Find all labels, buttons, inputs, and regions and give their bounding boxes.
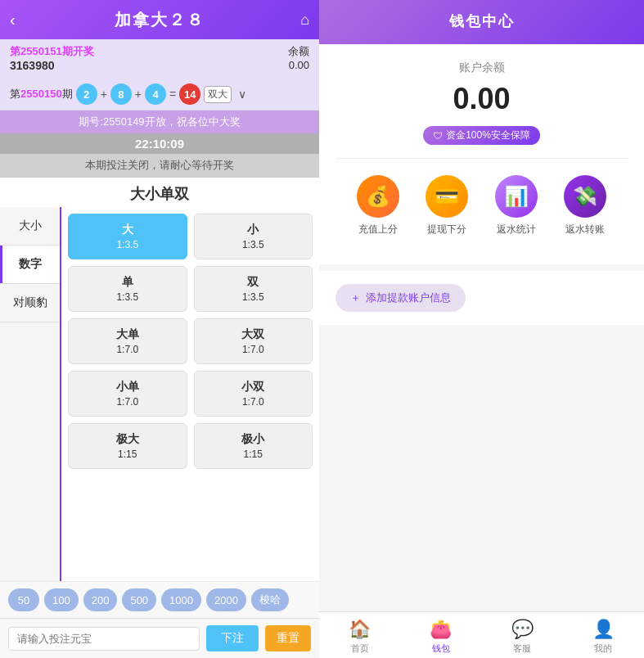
add-bank-label: 添加提款账户信息 [366, 291, 451, 305]
action-icons: 💰 充值上分 💳 提现下分 📊 返水统计 💸 返水转账 [336, 158, 628, 245]
draw-period-number: 2550150 [20, 88, 62, 100]
nav-profile[interactable]: 👤 我的 [563, 619, 644, 655]
wallet-card: 账户余额 0.00 🛡 资金100%安全保障 💰 充值上分 💳 提现下分 📊 返… [319, 44, 644, 264]
draw-ball-1: 2 [76, 83, 97, 105]
info-bar: 第2550151期开奖 3163980 余额 0.00 [0, 39, 319, 80]
quick-amounts: 50 100 200 500 1000 2000 梭哈 [0, 581, 319, 618]
action-withdraw[interactable]: 💳 提现下分 [426, 175, 468, 237]
draw-ball-2: 8 [110, 83, 132, 105]
bet-btn-3[interactable]: 双 1:3.5 [194, 266, 313, 312]
betting-area: 大小单双 大小 数字 对顺豹 大 1:3.5 小 1:3.5 单 [0, 178, 319, 581]
timer-bar: 22:10:09 [0, 133, 319, 154]
tab-duishunbao[interactable]: 对顺豹 [0, 284, 60, 322]
issue-info: 第2550151期开奖 3163980 [10, 44, 94, 72]
add-bank-section: ＋ 添加提款账户信息 [319, 271, 644, 325]
service-nav-label: 客服 [513, 642, 531, 655]
nav-service[interactable]: 💬 客服 [482, 619, 563, 655]
notice-bar: 期号:2550149开放，祝各位中大奖 [0, 110, 319, 133]
tab-daxiao[interactable]: 大小 [0, 207, 60, 246]
home-nav-icon: 🏠 [349, 619, 371, 640]
back-button[interactable]: ‹ [10, 11, 16, 29]
bet-content: 大小 数字 对顺豹 大 1:3.5 小 1:3.5 单 1:3.5 [0, 207, 319, 581]
left-header: ‹ 加拿大２８ ⌂ [0, 0, 319, 39]
wallet-nav-icon: 👛 [430, 619, 452, 640]
bet-btn-4[interactable]: 大单 1:7.0 [68, 318, 187, 364]
bet-btn-6[interactable]: 小单 1:7.0 [68, 371, 187, 417]
bet-amount-input[interactable] [8, 627, 200, 651]
draw-period: 第2550150期 [10, 87, 73, 101]
plus-icon: ＋ [350, 291, 361, 305]
issue-prefix: 第 [10, 45, 20, 57]
result-tag: 双大 [204, 86, 232, 103]
balance-info: 余额 0.00 [288, 44, 309, 71]
game-title: 加拿大２８ [115, 9, 205, 31]
rebate-transfer-label: 返水转账 [565, 223, 605, 237]
rebate-transfer-icon: 💸 [564, 175, 606, 218]
amount-1000[interactable]: 1000 [161, 588, 201, 611]
reset-button[interactable]: 重置 [265, 625, 311, 651]
bet-btn-2[interactable]: 单 1:3.5 [68, 266, 187, 312]
draw-result: 第2550150期 2 + 8 + 4 = 14 双大 ∨ [0, 80, 319, 110]
wallet-nav-label: 钱包 [432, 642, 450, 655]
wallet-balance: 0.00 [453, 82, 510, 116]
tab-shuzi[interactable]: 数字 [0, 246, 60, 284]
account-label: 账户余额 [459, 61, 505, 75]
nav-wallet[interactable]: 👛 钱包 [400, 619, 481, 655]
amount-50[interactable]: 50 [8, 588, 39, 611]
nav-home[interactable]: 🏠 首页 [319, 619, 400, 655]
issue-num-value: 2550151 [20, 45, 62, 57]
withdraw-icon: 💳 [426, 175, 468, 218]
rebate-stats-label: 返水统计 [497, 223, 536, 237]
draw-result-ball: 14 [179, 83, 200, 105]
issue-number: 第2550151期开奖 [10, 44, 94, 59]
bet-btn-8[interactable]: 极大 1:15 [68, 423, 187, 469]
amount-500[interactable]: 500 [122, 588, 156, 611]
bet-btn-9[interactable]: 极小 1:15 [194, 423, 313, 469]
home-nav-label: 首页 [351, 642, 369, 655]
add-bank-button[interactable]: ＋ 添加提款账户信息 [336, 284, 466, 312]
recharge-icon: 💰 [357, 175, 399, 218]
bet-btn-7[interactable]: 小双 1:7.0 [194, 371, 313, 417]
place-bet-button[interactable]: 下注 [206, 625, 259, 651]
bet-btn-1[interactable]: 小 1:3.5 [194, 214, 313, 259]
action-rebate-stats[interactable]: 📊 返水统计 [495, 175, 538, 237]
expand-button[interactable]: ∨ [238, 88, 246, 101]
bottom-nav: 🏠 首页 👛 钱包 💬 客服 👤 我的 [319, 611, 644, 658]
amount-2000[interactable]: 2000 [206, 588, 246, 611]
security-text: 资金100%安全保障 [446, 128, 530, 142]
amount-100[interactable]: 100 [44, 588, 79, 611]
bet-title: 大小单双 [0, 178, 319, 207]
balance-value: 0.00 [288, 59, 309, 71]
prize-number: 3163980 [10, 59, 94, 72]
home-button[interactable]: ⌂ [300, 11, 309, 29]
left-panel: ‹ 加拿大２８ ⌂ 第2550151期开奖 3163980 余额 0.00 第2… [0, 0, 319, 658]
amount-200[interactable]: 200 [83, 588, 118, 611]
bet-btn-5[interactable]: 大双 1:7.0 [194, 318, 313, 364]
bottom-input-bar: 下注 重置 [0, 618, 319, 658]
issue-suffix: 期开奖 [62, 45, 94, 57]
withdraw-label: 提现下分 [427, 223, 466, 237]
status-bar: 本期投注关闭，请耐心等待开奖 [0, 154, 319, 178]
security-badge: 🛡 资金100%安全保障 [423, 126, 540, 145]
bet-btn-0[interactable]: 大 1:3.5 [68, 214, 187, 259]
profile-nav-label: 我的 [594, 642, 612, 655]
rebate-stats-icon: 📊 [495, 175, 538, 218]
profile-nav-icon: 👤 [592, 619, 615, 640]
balance-label: 余额 [288, 44, 309, 59]
shield-icon: 🛡 [433, 130, 443, 142]
service-nav-icon: 💬 [511, 619, 534, 640]
amount-suoha[interactable]: 梭哈 [251, 588, 289, 611]
side-tabs: 大小 数字 对顺豹 [0, 207, 61, 581]
action-recharge[interactable]: 💰 充值上分 [357, 175, 399, 237]
draw-ball-3: 4 [145, 83, 166, 105]
right-panel: 钱包中心 账户余额 0.00 🛡 资金100%安全保障 💰 充值上分 💳 提现下… [319, 0, 644, 658]
action-rebate-transfer[interactable]: 💸 返水转账 [564, 175, 606, 237]
right-spacer [319, 325, 644, 611]
bet-grid: 大 1:3.5 小 1:3.5 单 1:3.5 双 1:3.5 大单 1:7 [61, 207, 319, 581]
recharge-label: 充值上分 [358, 223, 398, 237]
wallet-header: 钱包中心 [319, 0, 644, 44]
